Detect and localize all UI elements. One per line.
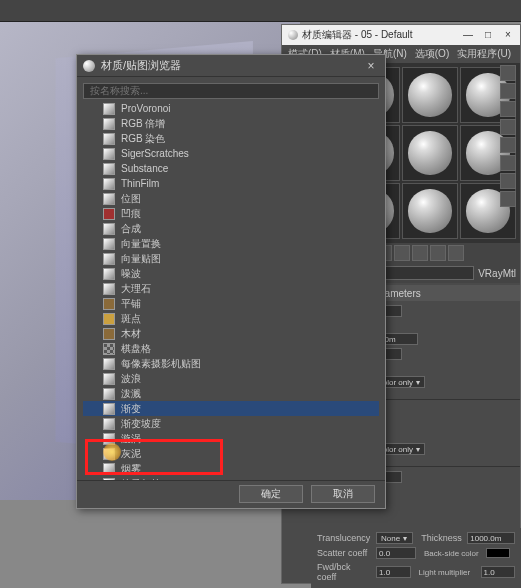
map-list-item[interactable]: 向量置换 bbox=[83, 236, 379, 251]
map-item-label: 渐变 bbox=[121, 402, 141, 416]
map-list-item[interactable]: 噪波 bbox=[83, 266, 379, 281]
close-button[interactable]: × bbox=[502, 29, 514, 41]
map-list-item[interactable]: 每像素摄影机贴图 bbox=[83, 356, 379, 371]
backside-color-swatch[interactable] bbox=[486, 548, 510, 558]
material-sample-slot[interactable] bbox=[402, 183, 458, 239]
map-item-label: 灰泥 bbox=[121, 447, 141, 461]
browser-search-row bbox=[77, 77, 385, 99]
map-thumbnail-icon bbox=[103, 133, 115, 145]
fwdback-coeff-spinner[interactable]: 1.0 bbox=[376, 566, 411, 578]
sphere-icon bbox=[83, 60, 95, 72]
map-thumbnail-icon bbox=[103, 418, 115, 430]
map-thumbnail-icon bbox=[103, 463, 115, 475]
map-item-label: ThinFilm bbox=[121, 178, 159, 189]
map-thumbnail-icon bbox=[103, 148, 115, 160]
map-thumbnail-icon bbox=[103, 163, 115, 175]
side-tool-icon[interactable] bbox=[500, 83, 516, 99]
toolbar-button[interactable] bbox=[430, 245, 446, 261]
maximize-button[interactable]: □ bbox=[482, 29, 494, 41]
menu-util[interactable]: 实用程序(U) bbox=[457, 47, 511, 61]
map-thumbnail-icon bbox=[103, 268, 115, 280]
close-button[interactable]: × bbox=[363, 58, 379, 74]
map-list-item[interactable]: 凹痕 bbox=[83, 206, 379, 221]
light-mult-spinner[interactable]: 1.0 bbox=[481, 566, 516, 578]
map-list-item[interactable]: 平铺 bbox=[83, 296, 379, 311]
map-list-item[interactable]: 合成 bbox=[83, 221, 379, 236]
side-tool-icon[interactable] bbox=[500, 119, 516, 135]
map-thumbnail-icon bbox=[103, 343, 115, 355]
material-sample-slot[interactable] bbox=[402, 67, 458, 123]
map-list-item[interactable]: 渐变 bbox=[83, 401, 379, 416]
material-map-browser-dialog: 材质/贴图浏览器 × ProVoronoiRGB 倍增RGB 染色SigerSc… bbox=[76, 54, 386, 509]
map-list-item[interactable]: 烟雾 bbox=[83, 461, 379, 476]
search-input[interactable] bbox=[83, 83, 379, 99]
map-thumbnail-icon bbox=[103, 253, 115, 265]
map-thumbnail-icon bbox=[103, 193, 115, 205]
minimize-button[interactable]: — bbox=[462, 29, 474, 41]
map-list-item[interactable]: 位图 bbox=[83, 191, 379, 206]
map-list-item[interactable]: 斑点 bbox=[83, 311, 379, 326]
map-thumbnail-icon bbox=[103, 373, 115, 385]
scatter-coeff-label: Scatter coeff bbox=[317, 548, 372, 558]
toolbar-button[interactable] bbox=[394, 245, 410, 261]
sphere-icon bbox=[288, 30, 298, 40]
map-item-label: RGB 染色 bbox=[121, 132, 165, 146]
map-list-item[interactable]: 泼溅 bbox=[83, 386, 379, 401]
map-item-label: SigerScratches bbox=[121, 148, 189, 159]
map-list-item[interactable]: SigerScratches bbox=[83, 146, 379, 161]
map-list-item[interactable]: ThinFilm bbox=[83, 176, 379, 191]
side-tool-icon[interactable] bbox=[500, 191, 516, 207]
map-item-label: 合成 bbox=[121, 222, 141, 236]
map-item-label: 向量置换 bbox=[121, 237, 161, 251]
map-item-label: 位图 bbox=[121, 192, 141, 206]
menu-options[interactable]: 选项(O) bbox=[415, 47, 449, 61]
map-list-item[interactable]: 漩涡 bbox=[83, 431, 379, 446]
map-thumbnail-icon bbox=[103, 298, 115, 310]
thickness-spinner[interactable]: 1000.0m bbox=[467, 532, 515, 544]
side-tool-icon[interactable] bbox=[500, 101, 516, 117]
material-side-toolbar bbox=[500, 65, 518, 207]
map-list-item[interactable]: 向量贴图 bbox=[83, 251, 379, 266]
side-tool-icon[interactable] bbox=[500, 65, 516, 81]
map-thumbnail-icon bbox=[103, 358, 115, 370]
map-item-label: 噪波 bbox=[121, 267, 141, 281]
map-thumbnail-icon bbox=[103, 208, 115, 220]
map-thumbnail-icon bbox=[103, 403, 115, 415]
map-thumbnail-icon bbox=[103, 103, 115, 115]
cancel-button[interactable]: 取消 bbox=[311, 485, 375, 503]
side-tool-icon[interactable] bbox=[500, 137, 516, 153]
map-item-label: 渐变坡度 bbox=[121, 417, 161, 431]
map-list-item[interactable]: 渐变坡度 bbox=[83, 416, 379, 431]
map-item-label: Substance bbox=[121, 163, 168, 174]
material-editor-titlebar: 材质编辑器 - 05 - Default — □ × bbox=[282, 25, 520, 45]
map-list-item[interactable]: 棋盘格 bbox=[83, 341, 379, 356]
material-sample-slot[interactable] bbox=[402, 125, 458, 181]
translucency-panel: Translucency None▾ Thickness 1000.0m Sca… bbox=[311, 528, 521, 588]
map-list-item[interactable]: RGB 倍增 bbox=[83, 116, 379, 131]
map-list[interactable]: ProVoronoiRGB 倍增RGB 染色SigerScratchesSubs… bbox=[77, 99, 385, 480]
translucency-dropdown[interactable]: None▾ bbox=[376, 532, 413, 544]
toolbar-button[interactable] bbox=[412, 245, 428, 261]
map-list-item[interactable]: ProVoronoi bbox=[83, 101, 379, 116]
map-list-item[interactable]: 波浪 bbox=[83, 371, 379, 386]
map-thumbnail-icon bbox=[103, 448, 115, 460]
scatter-coeff-spinner[interactable]: 0.0 bbox=[376, 547, 416, 559]
map-item-label: 斑点 bbox=[121, 312, 141, 326]
map-thumbnail-icon bbox=[103, 178, 115, 190]
map-item-label: 烟雾 bbox=[121, 462, 141, 476]
map-thumbnail-icon bbox=[103, 238, 115, 250]
toolbar-button[interactable] bbox=[448, 245, 464, 261]
map-list-item[interactable]: 木材 bbox=[83, 326, 379, 341]
light-mult-label: Light multiplier bbox=[419, 568, 477, 577]
map-list-item[interactable]: 大理石 bbox=[83, 281, 379, 296]
map-list-item[interactable]: RGB 染色 bbox=[83, 131, 379, 146]
map-list-item[interactable]: Substance bbox=[83, 161, 379, 176]
map-thumbnail-icon bbox=[103, 328, 115, 340]
side-tool-icon[interactable] bbox=[500, 173, 516, 189]
map-list-item[interactable]: 灰泥 bbox=[83, 446, 379, 461]
material-type-label: VRayMtl bbox=[478, 268, 516, 279]
backside-color-label: Back-side color bbox=[424, 549, 482, 558]
ok-button[interactable]: 确定 bbox=[239, 485, 303, 503]
thickness-label: Thickness bbox=[421, 533, 463, 543]
side-tool-icon[interactable] bbox=[500, 155, 516, 171]
